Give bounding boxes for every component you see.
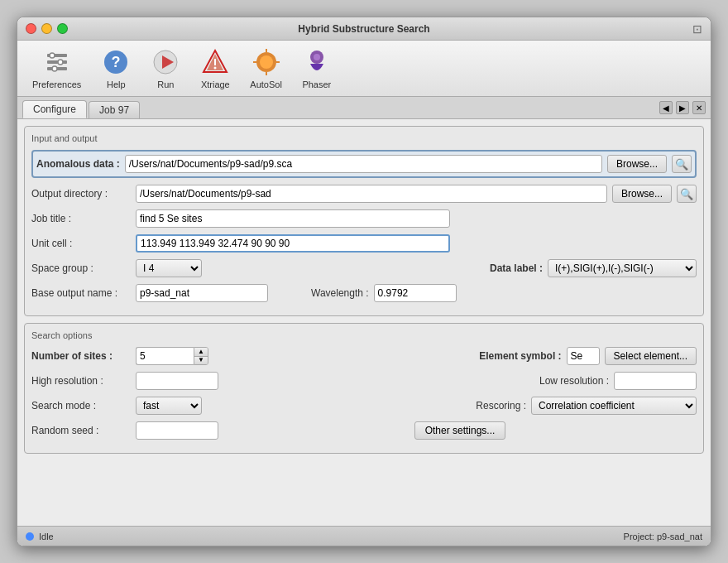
search-options-title: Search options [31, 330, 697, 340]
num-sites-input[interactable] [136, 347, 194, 365]
job-title-row: Job title : [31, 209, 697, 228]
main-window: Hybrid Substructure Search ⊡ Preferences [17, 17, 711, 546]
search-mode-rescoring-row: Search mode : fast slow Rescoring : Corr… [31, 397, 697, 415]
tab-configure[interactable]: Configure [22, 100, 87, 118]
help-icon: ? [101, 47, 131, 77]
wavelength-input[interactable] [374, 284, 457, 302]
unit-cell-input[interactable] [136, 234, 450, 253]
toolbar-preferences[interactable]: Preferences [26, 44, 88, 93]
base-output-label: Base output name : [31, 287, 131, 299]
output-dir-row: Output directory : Browse... 🔍 [31, 185, 697, 203]
tab-prev-button[interactable]: ◀ [659, 101, 673, 114]
search-options-section: Search options Number of sites : ▲ ▼ Ele… [24, 323, 704, 454]
tab-close-button[interactable]: ✕ [692, 101, 706, 114]
title-bar: Hybrid Substructure Search ⊡ [17, 17, 711, 41]
svg-point-3 [50, 53, 55, 58]
svg-point-21 [314, 54, 320, 60]
title-bar-right: ⊡ [692, 22, 702, 36]
anomalous-data-label: Anomalous data : [36, 158, 120, 170]
rescoring-label: Rescoring : [476, 400, 526, 411]
preferences-label: Preferences [32, 79, 81, 89]
search-mode-label: Search mode : [31, 400, 131, 411]
unit-cell-label: Unit cell : [31, 238, 131, 249]
num-sites-label: Number of sites : [31, 350, 131, 362]
toolbar-run[interactable]: Run [144, 44, 187, 93]
output-browse-button[interactable]: Browse... [612, 185, 672, 203]
other-settings-button[interactable]: Other settings... [414, 421, 506, 440]
anomalous-browse-button[interactable]: Browse... [607, 155, 667, 173]
random-seed-label: Random seed : [31, 425, 131, 436]
job-title-label: Job title : [31, 213, 131, 224]
tab-navigation: ◀ ▶ ✕ [659, 101, 706, 118]
run-label: Run [157, 79, 174, 89]
space-group-label: Space group : [31, 262, 131, 274]
status-project-label: Project: p9-sad_nat [624, 532, 702, 541]
autosol-label: AutoSol [250, 79, 282, 89]
minimize-button[interactable] [41, 23, 52, 34]
space-group-select[interactable]: I 4 P 1 P 21 [136, 259, 202, 277]
tab-next-button[interactable]: ▶ [676, 101, 689, 114]
status-idle-label: Idle [39, 532, 54, 541]
num-sites-stepper-buttons: ▲ ▼ [194, 347, 208, 365]
output-dir-input[interactable] [136, 185, 607, 203]
svg-point-5 [52, 66, 57, 71]
low-res-label: Low resolution : [539, 375, 609, 387]
resize-icon: ⊡ [692, 22, 702, 36]
job-title-input[interactable] [136, 209, 450, 228]
output-dir-label: Output directory : [31, 188, 131, 200]
svg-rect-1 [47, 60, 67, 64]
num-sites-increment[interactable]: ▲ [194, 348, 208, 357]
svg-text:?: ? [112, 54, 121, 70]
select-element-button[interactable]: Select element... [605, 347, 697, 365]
toolbar-xtriage[interactable]: Xtriage [194, 44, 237, 93]
tab-job97[interactable]: Job 97 [89, 101, 140, 118]
toolbar-phaser[interactable]: Phaser [295, 44, 338, 93]
data-label-select[interactable]: I(+),SIGI(+),I(-),SIGI(-) F,SIGF [548, 259, 697, 277]
rescoring-select[interactable]: Correlation coefficient R-factor [531, 397, 697, 415]
low-res-input[interactable] [614, 372, 697, 390]
close-button[interactable] [26, 23, 36, 34]
wavelength-label: Wavelength : [311, 287, 369, 299]
base-output-wavelength-row: Base output name : Wavelength : [31, 284, 697, 302]
input-output-title: Input and output [31, 133, 697, 143]
num-sites-stepper: ▲ ▼ [136, 347, 208, 365]
status-bar: Idle Project: p9-sad_nat [17, 526, 711, 546]
window-controls [26, 23, 68, 34]
data-label-label: Data label : [490, 262, 543, 274]
resolution-row: High resolution : Low resolution : [31, 372, 697, 390]
random-seed-row: Random seed : Other settings... [31, 421, 697, 440]
phaser-label: Phaser [302, 79, 331, 89]
toolbar: Preferences ? Help Run [17, 41, 711, 97]
space-group-data-label-row: Space group : I 4 P 1 P 21 Data label : … [31, 259, 697, 277]
high-res-input[interactable] [136, 372, 218, 390]
search-mode-select[interactable]: fast slow [136, 397, 202, 415]
anomalous-data-row: Anomalous data : Browse... 🔍 [31, 150, 697, 178]
content-area: Input and output Anomalous data : Browse… [17, 119, 711, 526]
num-sites-decrement[interactable]: ▼ [194, 357, 208, 365]
maximize-button[interactable] [57, 23, 68, 34]
svg-point-15 [260, 55, 273, 69]
run-icon [151, 47, 180, 77]
unit-cell-row: Unit cell : [31, 234, 697, 253]
xtriage-label: Xtriage [201, 79, 230, 89]
phaser-icon [302, 47, 332, 77]
toolbar-help[interactable]: ? Help [94, 44, 137, 93]
high-res-label: High resolution : [31, 375, 131, 387]
toolbar-autosol[interactable]: AutoSol [243, 44, 289, 93]
svg-point-13 [214, 67, 217, 70]
output-search-icon[interactable]: 🔍 [677, 185, 697, 203]
element-symbol-label: Element symbol : [479, 350, 561, 362]
status-indicator [26, 532, 34, 541]
num-sites-element-row: Number of sites : ▲ ▼ Element symbol : S… [31, 347, 697, 365]
base-output-input[interactable] [136, 284, 268, 302]
anomalous-search-icon[interactable]: 🔍 [672, 155, 692, 173]
svg-point-4 [58, 60, 63, 65]
preferences-icon [42, 47, 72, 77]
tab-bar: Configure Job 97 ◀ ▶ ✕ [17, 97, 711, 119]
random-seed-input[interactable] [136, 421, 218, 440]
element-symbol-input[interactable] [567, 347, 600, 365]
autosol-icon [251, 47, 281, 77]
anomalous-data-input[interactable] [125, 155, 602, 173]
input-output-section: Input and output Anomalous data : Browse… [24, 126, 704, 316]
xtriage-icon [200, 47, 230, 77]
